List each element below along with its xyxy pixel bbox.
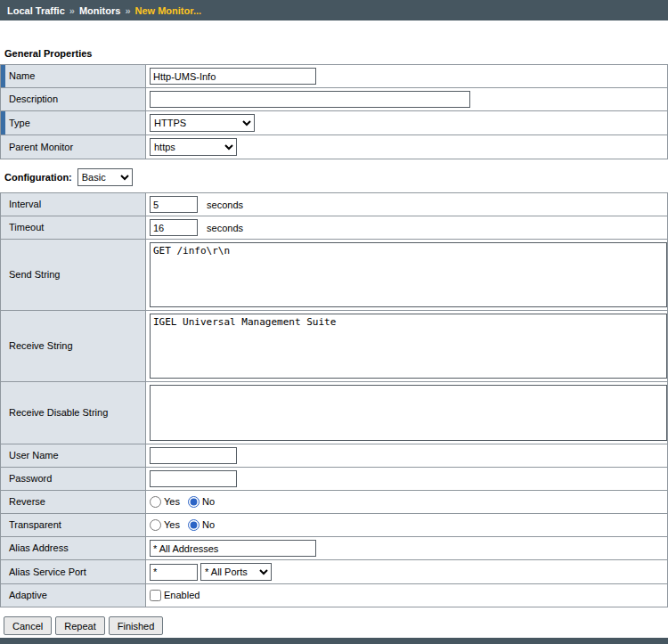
name-input[interactable] xyxy=(150,68,316,85)
row-reverse: Reverse Yes No xyxy=(1,491,668,514)
reverse-yes-radio[interactable] xyxy=(150,496,161,508)
transparent-yes-option[interactable]: Yes xyxy=(150,519,180,530)
breadcrumb-item-local-traffic[interactable]: Local Traffic xyxy=(7,5,65,16)
name-label: Name xyxy=(1,65,146,88)
adaptive-enabled-label: Enabled xyxy=(164,590,200,600)
interval-unit: seconds xyxy=(207,200,243,210)
row-send-string: Send String GET /info\r\n xyxy=(1,240,668,311)
description-label: Description xyxy=(1,88,146,111)
repeat-button[interactable]: Repeat xyxy=(55,616,104,635)
alias-service-port-select[interactable]: * All Ports xyxy=(200,563,272,581)
row-password: Password xyxy=(1,468,668,491)
footer-bar xyxy=(0,638,668,644)
adaptive-enabled-option[interactable]: Enabled xyxy=(150,590,200,600)
configuration-table: Interval seconds Timeout seconds Send St… xyxy=(0,192,668,607)
breadcrumb-current-page: New Monitor... xyxy=(135,5,202,16)
row-receive-disable-string: Receive Disable String xyxy=(1,382,668,444)
timeout-unit: seconds xyxy=(207,223,243,233)
alias-address-label: Alias Address xyxy=(1,537,146,560)
interval-label: Interval xyxy=(1,193,146,216)
finished-button[interactable]: Finished xyxy=(109,616,164,635)
send-string-textarea[interactable]: GET /info\r\n xyxy=(150,242,667,307)
transparent-no-option[interactable]: No xyxy=(188,519,215,530)
receive-disable-string-label: Receive Disable String xyxy=(1,382,146,444)
receive-string-label: Receive String xyxy=(1,311,146,382)
user-name-label: User Name xyxy=(1,444,146,468)
action-buttons: Cancel Repeat Finished xyxy=(4,616,668,635)
row-alias-address: Alias Address xyxy=(1,537,668,560)
configuration-header: Configuration: Basic xyxy=(4,168,668,186)
section-title-general-properties: General Properties xyxy=(4,48,668,59)
parent-monitor-label: Parent Monitor xyxy=(1,135,146,159)
timeout-input[interactable] xyxy=(150,219,198,236)
reverse-no-label: No xyxy=(202,496,215,507)
breadcrumb: Local Traffic » Monitors » New Monitor..… xyxy=(0,0,668,20)
adaptive-label: Adaptive xyxy=(1,584,146,607)
receive-disable-string-textarea[interactable] xyxy=(150,385,667,441)
row-name: Name xyxy=(1,65,668,88)
type-select[interactable]: HTTPS xyxy=(150,114,255,132)
type-label: Type xyxy=(1,111,146,135)
interval-input[interactable] xyxy=(150,196,198,213)
row-user-name: User Name xyxy=(1,444,668,468)
row-parent-monitor: Parent Monitor https xyxy=(1,135,668,159)
row-transparent: Transparent Yes No xyxy=(1,514,668,537)
transparent-label: Transparent xyxy=(1,514,146,537)
transparent-no-radio[interactable] xyxy=(188,519,200,531)
reverse-label: Reverse xyxy=(1,491,146,514)
alias-service-port-label: Alias Service Port xyxy=(1,560,146,584)
row-timeout: Timeout seconds xyxy=(1,216,668,240)
row-adaptive: Adaptive Enabled xyxy=(1,584,668,607)
user-name-input[interactable] xyxy=(150,447,237,464)
description-input[interactable] xyxy=(150,91,470,108)
cancel-button[interactable]: Cancel xyxy=(4,616,52,635)
row-description: Description xyxy=(1,88,668,111)
alias-service-port-input[interactable] xyxy=(150,564,198,581)
configuration-label: Configuration: xyxy=(4,172,72,183)
transparent-yes-label: Yes xyxy=(164,519,180,530)
configuration-mode-select[interactable]: Basic xyxy=(77,168,133,186)
general-properties-table: Name Description Type HTTPS Parent Monit… xyxy=(0,64,668,159)
send-string-label: Send String xyxy=(1,240,146,311)
reverse-no-option[interactable]: No xyxy=(188,496,215,507)
receive-string-textarea[interactable]: IGEL Universal Management Suite xyxy=(150,314,667,379)
row-receive-string: Receive String IGEL Universal Management… xyxy=(1,311,668,382)
password-input[interactable] xyxy=(150,470,237,487)
transparent-yes-radio[interactable] xyxy=(150,519,161,531)
reverse-yes-option[interactable]: Yes xyxy=(150,496,180,507)
alias-address-input[interactable] xyxy=(150,540,316,557)
parent-monitor-select[interactable]: https xyxy=(150,138,237,156)
timeout-label: Timeout xyxy=(1,216,146,240)
password-label: Password xyxy=(1,468,146,491)
row-alias-service-port: Alias Service Port * All Ports xyxy=(1,560,668,584)
row-interval: Interval seconds xyxy=(1,193,668,216)
breadcrumb-item-monitors[interactable]: Monitors xyxy=(79,5,120,16)
reverse-no-radio[interactable] xyxy=(188,496,200,508)
transparent-no-label: No xyxy=(202,519,215,530)
breadcrumb-separator-icon: » xyxy=(69,5,75,16)
row-type: Type HTTPS xyxy=(1,111,668,135)
reverse-yes-label: Yes xyxy=(164,496,180,507)
breadcrumb-separator-icon: » xyxy=(125,5,130,16)
adaptive-enabled-checkbox[interactable] xyxy=(150,590,161,601)
